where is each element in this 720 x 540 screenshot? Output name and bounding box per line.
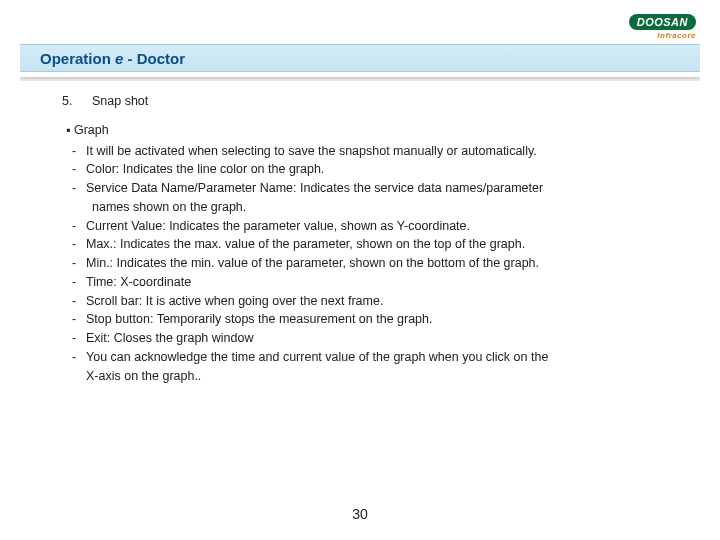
list-text: Color: Indicates the line color on the g… xyxy=(86,160,680,179)
dash-icon: - xyxy=(72,292,86,311)
list-item: - Current Value: Indicates the parameter… xyxy=(72,217,680,236)
subsection-heading: ▪ Graph xyxy=(66,121,680,140)
list-text: Current Value: Indicates the parameter v… xyxy=(86,217,680,236)
list-item: - Scroll bar: It is active when going ov… xyxy=(72,292,680,311)
list-continuation: names shown on the graph. xyxy=(92,198,680,217)
dash-icon: - xyxy=(72,142,86,161)
dash-icon: - xyxy=(72,329,86,348)
list-continuation: X-axis on the graph.. xyxy=(86,367,680,386)
list-text: You can acknowledge the time and current… xyxy=(86,348,680,367)
logo-main-text: DOOSAN xyxy=(629,14,696,30)
list-text: Time: X-coordinate xyxy=(86,273,680,292)
page-title: Operation e - Doctor xyxy=(40,50,185,67)
list-text: Scroll bar: It is active when going over… xyxy=(86,292,680,311)
page-number: 30 xyxy=(0,506,720,522)
divider xyxy=(20,77,700,81)
bullet-list: - It will be activated when selecting to… xyxy=(72,142,680,386)
list-item: - Color: Indicates the line color on the… xyxy=(72,160,680,179)
dash-icon: - xyxy=(72,310,86,329)
list-text: Exit: Closes the graph window xyxy=(86,329,680,348)
title-bar: Operation e - Doctor xyxy=(20,44,700,72)
section-number: 5. xyxy=(62,92,92,111)
list-item: - Time: X-coordinate xyxy=(72,273,680,292)
brand-logo: DOOSAN Infracore xyxy=(629,12,696,40)
list-item: - Service Data Name/Parameter Name: Indi… xyxy=(72,179,680,198)
dash-icon: - xyxy=(72,348,86,367)
section-name: Snap shot xyxy=(92,92,148,111)
list-text: Min.: Indicates the min. value of the pa… xyxy=(86,254,680,273)
section-heading: 5. Snap shot xyxy=(62,92,680,111)
list-item: - Max.: Indicates the max. value of the … xyxy=(72,235,680,254)
dash-icon: - xyxy=(72,160,86,179)
logo-sub-text: Infracore xyxy=(629,31,696,40)
list-item: - You can acknowledge the time and curre… xyxy=(72,348,680,367)
list-item: - It will be activated when selecting to… xyxy=(72,142,680,161)
dash-icon: - xyxy=(72,273,86,292)
list-text: Max.: Indicates the max. value of the pa… xyxy=(86,235,680,254)
dash-icon: - xyxy=(72,217,86,236)
title-suffix: - Doctor xyxy=(123,50,185,67)
list-text: Stop button: Temporarily stops the measu… xyxy=(86,310,680,329)
list-item: - Min.: Indicates the min. value of the … xyxy=(72,254,680,273)
dash-icon: - xyxy=(72,235,86,254)
list-text: Service Data Name/Parameter Name: Indica… xyxy=(86,179,680,198)
content-body: 5. Snap shot ▪ Graph - It will be activa… xyxy=(62,92,680,385)
dash-icon: - xyxy=(72,254,86,273)
dash-icon: - xyxy=(72,179,86,198)
list-item: - Exit: Closes the graph window xyxy=(72,329,680,348)
title-prefix: Operation xyxy=(40,50,115,67)
list-text: It will be activated when selecting to s… xyxy=(86,142,680,161)
list-item: - Stop button: Temporarily stops the mea… xyxy=(72,310,680,329)
